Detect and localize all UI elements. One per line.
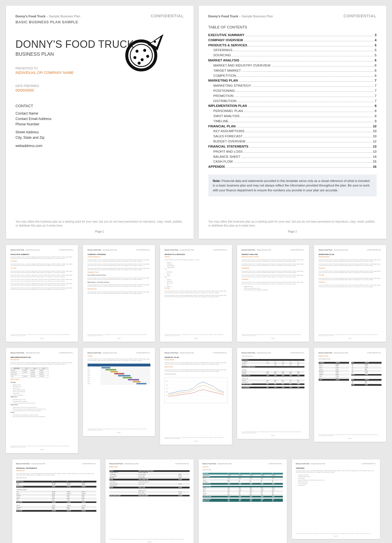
page-8-thumb: Donny's Food Truck – Sample Business Pla… — [6, 348, 78, 453]
budget-table-right: ITEMAMOUNT Item$1,000 Item$1,500 Item$2,… — [351, 362, 382, 376]
timeline-heading: Timeline — [88, 355, 150, 357]
toc-entry: EXECUTIVE SUMMARY3 — [208, 33, 377, 38]
personnel-table: PERSONNELYear 1Year 2Year 3Manager$40,00… — [11, 367, 48, 378]
page-14-thumb: Donny's Food Truck – Sample Business Pla… — [105, 459, 194, 543]
confidential-stamp: CONFIDENTIAL — [151, 14, 184, 18]
toc-entry: SOURCING5 — [208, 53, 377, 58]
toc-entry: TARGET MARKET6 — [208, 68, 377, 73]
page-number: Page 16 — [296, 535, 376, 537]
page-11-thumb: Donny's Food Truck – Sample Business Pla… — [237, 348, 309, 439]
page-2-toc: Donny's Food Truck – Sample Business Pla… — [199, 6, 386, 239]
toc-entry: MARKET ANALYSIS6 — [208, 58, 377, 63]
profit-loss-table: PROFIT & LOSSY1Y2Y3 Revenue$150,000$180,… — [16, 481, 96, 512]
section-heading: FINANCIAL PLAN — [165, 357, 227, 358]
mission-heading: Our Mission — [11, 260, 73, 262]
contact-phone: Phone Number — [16, 122, 184, 127]
gantt-chart: Task 1 Task 2 Task 3 Task 4 Task 5 Task … — [88, 367, 150, 385]
svg-point-6 — [146, 55, 149, 58]
page-number: Page 2 — [208, 230, 377, 233]
gantt-header — [88, 364, 150, 366]
toc-entry: OFFERINGS5 — [208, 48, 377, 53]
page-12-thumb: Donny's Food Truck – Sample Business Pla… — [314, 348, 386, 442]
toc-entry: SALES FORECAST10 — [208, 134, 377, 139]
section-heading: Cash Flow — [203, 466, 283, 468]
list-item: New food trucks entering the market with… — [13, 416, 73, 418]
confidential-stamp: CONFIDENTIAL — [343, 14, 376, 18]
svg-text:500: 500 — [166, 395, 168, 396]
page-16-thumb: Donny's Food Truck – Sample Business Pla… — [292, 459, 380, 539]
svg-text:2000: 2000 — [166, 385, 168, 386]
page-number: Page 8 — [11, 449, 73, 450]
page-9-thumb: Donny's Food Truck – Sample Business Pla… — [83, 348, 155, 436]
section-heading: MARKETING PLAN — [319, 254, 381, 255]
page-number: Page 9 — [88, 432, 150, 433]
contact-csz: City, State and Zip — [16, 135, 184, 140]
svg-text:2500: 2500 — [166, 381, 168, 382]
svg-point-1 — [130, 44, 152, 67]
page-number: Page 1 — [16, 230, 184, 233]
page-number: Page 14 — [109, 541, 190, 542]
toc-entry: FINANCIAL PLAN10 — [208, 124, 377, 129]
svg-text:0: 0 — [167, 399, 168, 400]
balance-sheet-table: ASSETSLIABILITIES AND OWNER'S EQUITY CUR… — [109, 470, 190, 496]
toc-entry: SWOT ANALYSIS8 — [208, 114, 377, 119]
toc-entry: PROFIT AND LOSS13 — [208, 149, 377, 154]
section-heading: APPENDIX — [296, 467, 376, 469]
sales-forecast-table: Sales Forecast CUSTOMERSY1Y2Y3Y4Y5 Custo… — [242, 359, 304, 388]
toc-list: EXECUTIVE SUMMARY3COMPANY OVERVIEW4PRODU… — [208, 33, 377, 169]
section-heading: MARKET ANALYSIS — [242, 254, 304, 255]
svg-text:1000: 1000 — [166, 391, 168, 393]
budget-table-left: CATEGORYAMOUNT Rent$12,000 Insurance$3,6… — [319, 362, 349, 381]
toc-entry: MARKET AND INDUSTRY OVERVIEW6 — [208, 63, 377, 68]
contact-heading: CONTACT — [16, 104, 184, 108]
contact-email: Contact Email Address — [16, 116, 184, 122]
section-heading: FINANCIAL STATEMENTS — [16, 467, 96, 469]
header-breadcrumb: Donny's Food Truck – Sample Business Pla… — [16, 14, 80, 18]
date-prepared-value: 00/00/0000 — [16, 88, 184, 92]
toc-entry: KEY ASSUMPTIONS10 — [208, 129, 377, 134]
toc-entry: PROMOTION7 — [208, 94, 377, 99]
contact-web: webaddress.com — [16, 143, 184, 149]
contact-street: Street Address — [16, 130, 184, 135]
toc-entry: IMPLEMENTATION PLAN8 — [208, 103, 377, 109]
toc-entry: MARKETING PLAN7 — [208, 78, 377, 83]
note-box: Note: Financial data and statements prov… — [208, 175, 377, 197]
page-number: Page 6 — [242, 337, 304, 339]
toc-entry: BUDGET OVERVIEW12 — [208, 139, 377, 144]
date-prepared-label: DATE PREPARED — [16, 84, 184, 88]
contact-name: Contact Name — [16, 111, 184, 116]
toc-entry: FINANCIAL STATEMENTS13 — [208, 144, 377, 149]
toc-entry: POSITIONING7 — [208, 88, 377, 94]
disclaimer: You may utilize this business plan as a … — [208, 220, 377, 228]
list-item: Grand's Hamburgers, specializing in hamb… — [244, 289, 304, 291]
vision-heading: Our Vision — [11, 268, 73, 269]
page-number: Page 5 — [165, 337, 227, 339]
svg-point-2 — [135, 50, 138, 53]
page-number: Page 3 — [11, 337, 73, 339]
page-13-thumb: Donny's Food Truck – Sample Business Pla… — [12, 459, 100, 543]
toc-entry: APPENDIX16 — [208, 164, 377, 169]
section-heading: Balance Sheet — [109, 466, 190, 468]
toc-entry: PRODUCTS & SERVICES5 — [208, 43, 377, 48]
svg-text:1500: 1500 — [166, 388, 168, 389]
section-heading: IMPLEMENTATION PLAN — [11, 357, 73, 358]
svg-point-5 — [140, 58, 144, 61]
page-number: Page 12 — [319, 438, 381, 439]
sales-forecast-chart: 05001000150020002500 — [165, 378, 227, 403]
toc-entry: DISTRIBUTION7 — [208, 99, 377, 104]
svg-point-7 — [138, 62, 141, 65]
list-item: Spreadsheets — [298, 484, 376, 486]
page-4-thumb: Donny's Food Truck – Sample Business Pla… — [83, 245, 155, 342]
svg-point-4 — [133, 56, 136, 59]
toc-entry: TIMELINE9 — [208, 119, 377, 124]
toc-entry: PERSONNEL PLAN8 — [208, 109, 377, 114]
page-1-cover: Donny's Food Truck – Sample Business Pla… — [6, 6, 194, 239]
pizza-icon — [124, 30, 167, 72]
toc-entry: COMPANY OVERVIEW4 — [208, 38, 377, 43]
disclaimer: You may utilize this business plan as a … — [16, 220, 184, 228]
toc-entry: COMPETITION6 — [208, 73, 377, 78]
toc-heading: TABLE OF CONTENTS — [208, 25, 377, 29]
toc-entry: CASH FLOW15 — [208, 159, 377, 164]
page-3-thumb: Donny's Food Truck – Sample Business Pla… — [6, 245, 78, 342]
page-10-thumb: Donny's Food Truck – Sample Business Pla… — [160, 348, 232, 445]
